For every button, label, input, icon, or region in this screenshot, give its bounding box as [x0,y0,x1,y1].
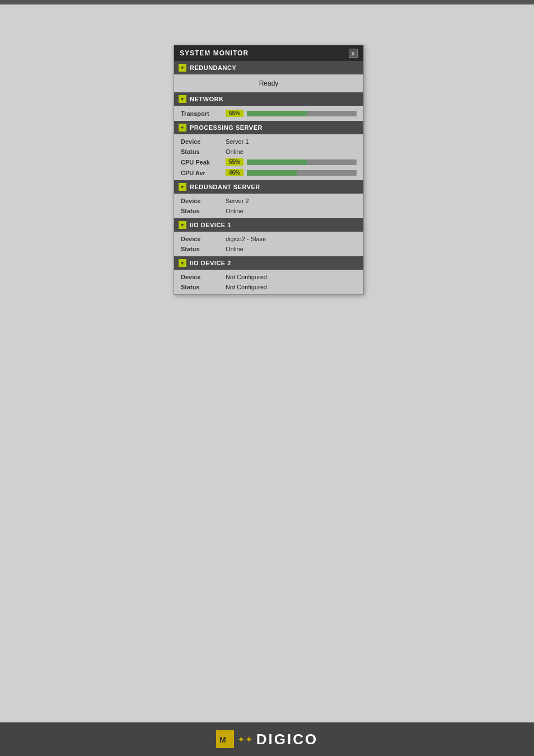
redundant-status-row: Status Online [174,206,363,216]
processing-status-row: Status Online [174,147,363,157]
io2-device-label: Device [181,274,226,280]
io1-status-value: Online [226,246,357,252]
chevron-redundant-icon: ▼ [179,183,186,191]
processing-cpupeak-row: CPU Peak 55% [174,157,363,167]
redundant-device-value: Server 2 [226,198,357,204]
chevron-redundancy-icon: ▼ [179,64,186,72]
section-body-processing: Device Server 1 Status Online CPU Peak 5… [174,134,363,180]
chevron-processing-icon: ▼ [179,124,186,132]
section-body-redundancy: Ready [174,74,363,92]
section-header-processing[interactable]: ▼ PROCESSING SERVER [174,121,363,134]
io2-status-label: Status [181,284,226,290]
redundancy-status: Ready [259,79,279,87]
transport-label: Transport [181,110,226,117]
section-body-io1: Device digico2 - Slave Status Online [174,232,363,256]
section-label-redundant: REDUNDANT SERVER [190,184,260,190]
section-header-network[interactable]: ▼ NETWORK [174,92,363,106]
transport-bar-label: 55% [226,110,243,117]
section-header-io2[interactable]: ▼ I/O DEVICE 2 [174,256,363,270]
digico-dots-text: ✦✦ [237,734,253,745]
section-header-io1[interactable]: ▼ I/O DEVICE 1 [174,218,363,232]
cpupeak-bar-container: 55% [226,158,357,166]
redundant-device-label: Device [181,198,226,204]
section-body-io2: Device Not Configured Status Not Configu… [174,270,363,294]
network-transport-row: Transport 55% [174,108,363,119]
footer-bar: M ✦✦ DIGICO [0,722,534,756]
io1-device-value: digico2 - Slave [226,236,357,242]
io1-status-row: Status Online [174,244,363,254]
section-header-redundant[interactable]: ▼ REDUNDANT SERVER [174,180,363,194]
io1-device-row: Device digico2 - Slave [174,234,363,244]
io2-device-value: Not Configured [226,274,357,280]
redundant-status-label: Status [181,208,226,214]
io1-device-label: Device [181,236,226,242]
chevron-network-icon: ▼ [179,95,186,103]
processing-device-label: Device [181,138,226,145]
cpuavr-bar-track [247,170,357,176]
chevron-io2-icon: ▼ [179,259,186,267]
io1-status-label: Status [181,246,226,252]
transport-bar-container: 55% [226,110,357,117]
section-body-redundant: Device Server 2 Status Online [174,194,363,218]
close-button[interactable]: x [349,49,358,58]
processing-cpuavr-row: CPU Avr 46% [174,167,363,178]
cpupeak-bar-label: 55% [226,158,243,166]
io2-status-row: Status Not Configured [174,282,363,292]
cpuavr-bar-label: 46% [226,169,243,176]
processing-status-value: Online [226,148,357,155]
io2-status-value: Not Configured [226,284,357,290]
top-bar [0,0,534,4]
processing-device-row: Device Server 1 [174,137,363,147]
monitor-title: SYSTEM MONITOR [180,49,249,57]
processing-cpupeak-label: CPU Peak [181,159,226,166]
section-label-processing: PROCESSING SERVER [190,124,263,131]
processing-cpuavr-label: CPU Avr [181,170,226,176]
digico-logo: M ✦✦ DIGICO [216,730,318,748]
section-label-network: NETWORK [190,96,223,102]
chevron-io1-icon: ▼ [179,221,186,229]
monitor-title-bar: SYSTEM MONITOR x [174,45,363,61]
redundancy-ready-row: Ready [174,77,363,90]
system-monitor-panel: SYSTEM MONITOR x ▼ REDUNDANCY Ready ▼ NE… [174,45,364,295]
section-label-io1: I/O DEVICE 1 [190,222,231,228]
cpuavr-bar-container: 46% [226,169,357,176]
redundant-status-value: Online [226,208,357,214]
cpupeak-bar-track [247,159,357,165]
cpupeak-bar-fill [247,159,307,165]
processing-device-value: Server 1 [226,138,357,145]
section-label-io2: I/O DEVICE 2 [190,260,231,266]
redundant-device-row: Device Server 2 [174,196,363,206]
cpuavr-bar-fill [247,170,297,176]
section-body-network: Transport 55% [174,106,363,121]
transport-bar-track [247,111,357,116]
svg-text:M: M [219,735,226,744]
digico-icon: M [216,730,234,748]
section-header-redundancy[interactable]: ▼ REDUNDANCY [174,61,363,74]
section-label-redundancy: REDUNDANCY [190,64,236,71]
processing-status-label: Status [181,148,226,155]
digico-brand-text: DIGICO [256,731,318,748]
io2-device-row: Device Not Configured [174,272,363,282]
transport-bar-fill [247,111,307,116]
